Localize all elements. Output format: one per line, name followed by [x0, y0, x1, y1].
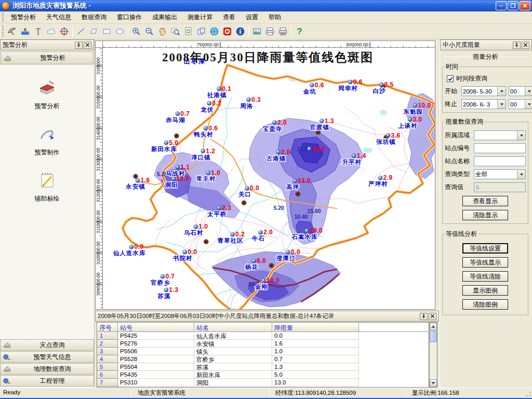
- scroll-thumb[interactable]: [430, 331, 437, 342]
- end-date-dropdown[interactable]: 2008- 6- 3: [461, 99, 506, 109]
- station-marker[interactable]: [262, 278, 266, 283]
- menu-item-天气信息[interactable]: 天气信息: [41, 11, 76, 23]
- table-header-降雨量[interactable]: 降雨量: [272, 323, 359, 332]
- minimize-button[interactable]: ─: [496, 1, 507, 10]
- chevron-down-icon[interactable]: [517, 131, 525, 140]
- contour-settings-button[interactable]: 等值线设置: [462, 243, 508, 254]
- row-number-cell[interactable]: 5: [97, 363, 118, 371]
- menu-item-测量计算[interactable]: 测量计算: [182, 11, 218, 23]
- station-marker[interactable]: [352, 154, 356, 158]
- weather-cloud-icon[interactable]: [45, 25, 58, 38]
- table-cell[interactable]: 5.0: [272, 371, 359, 379]
- station-marker[interactable]: [252, 259, 256, 263]
- table-cell[interactable]: P5435: [118, 371, 194, 379]
- station-marker[interactable]: [259, 230, 263, 234]
- table-cell[interactable]: 镇头: [194, 348, 272, 355]
- station-marker[interactable]: [136, 179, 140, 183]
- station-marker[interactable]: [408, 117, 412, 122]
- menu-item-设置[interactable]: 设置: [241, 11, 263, 23]
- table-cell[interactable]: P5506: [118, 348, 194, 355]
- row-number-cell[interactable]: 1: [97, 332, 118, 340]
- close-icon[interactable]: [84, 42, 91, 49]
- row-number-cell[interactable]: 2: [97, 340, 118, 348]
- station-marker[interactable]: [304, 229, 309, 233]
- close-button[interactable]: ✕: [520, 1, 530, 10]
- zoom-selection-icon[interactable]: [169, 25, 182, 38]
- table-cell[interactable]: 13.0: [272, 379, 359, 387]
- tool-item-预警分析[interactable]: 预警分析: [0, 78, 94, 111]
- sidebar-bar-预警天气信息[interactable]: 预警天气信息: [0, 351, 94, 363]
- table-cell[interactable]: 官桥乡: [194, 355, 272, 363]
- chevron-down-icon[interactable]: [497, 87, 506, 96]
- draw-ellipse-icon[interactable]: [113, 25, 126, 38]
- menu-item-数据查询[interactable]: 数据查询: [76, 11, 112, 23]
- table-cell[interactable]: 仙人造水库: [194, 332, 272, 340]
- station-marker[interactable]: [245, 186, 249, 190]
- station-marker[interactable]: [286, 250, 290, 254]
- pin-icon[interactable]: [75, 42, 83, 49]
- table-cell[interactable]: P5276: [118, 340, 194, 348]
- globe-icon[interactable]: [208, 25, 221, 38]
- sidebar-bar-工程管理[interactable]: 工程管理: [0, 375, 94, 387]
- clear-query-button[interactable]: 清除显示: [462, 210, 508, 220]
- table-cell[interactable]: 洞阳: [194, 379, 272, 387]
- station-marker[interactable]: [386, 134, 390, 138]
- show-legend-button[interactable]: 显示图例: [462, 285, 508, 296]
- sidebar-bar-灾点查询[interactable]: 灾点查询: [0, 339, 94, 351]
- row-number-cell[interactable]: 7: [97, 379, 118, 387]
- table-row[interactable]: 1P5425仙人造水库0.0: [97, 332, 429, 340]
- image-export-icon[interactable]: [250, 25, 263, 38]
- station-marker[interactable]: [247, 98, 251, 102]
- pin-icon[interactable]: [420, 313, 428, 320]
- print-icon[interactable]: [263, 25, 276, 38]
- station-marker[interactable]: [272, 121, 276, 125]
- station-marker[interactable]: [379, 83, 383, 87]
- station-marker[interactable]: [206, 171, 210, 175]
- station-name-input[interactable]: [474, 156, 526, 166]
- station-no-input[interactable]: [474, 143, 526, 153]
- end-hour-dropdown[interactable]: 00: [509, 99, 532, 109]
- table-cell[interactable]: P5504: [118, 363, 194, 371]
- station-marker[interactable]: [161, 274, 165, 278]
- time-range-checkbox[interactable]: [447, 75, 454, 82]
- table-header-序号[interactable]: 序号: [97, 323, 118, 332]
- tool-item-辅助标绘[interactable]: 辅助标绘: [0, 170, 94, 203]
- pan-icon[interactable]: [156, 25, 169, 38]
- draw-rectangle-icon[interactable]: [100, 25, 113, 38]
- row-number-cell[interactable]: 6: [97, 371, 118, 379]
- station-marker[interactable]: [378, 176, 382, 180]
- table-cell[interactable]: P5310: [118, 379, 194, 387]
- table-header-站号[interactable]: 站号: [118, 323, 194, 332]
- print-preview-icon[interactable]: [276, 25, 289, 38]
- menu-item-窗口操作[interactable]: 窗口操作: [112, 11, 147, 23]
- station-marker[interactable]: [276, 150, 280, 154]
- station-marker[interactable]: [176, 165, 180, 169]
- station-marker[interactable]: [164, 141, 168, 145]
- table-cell[interactable]: P5425: [118, 332, 194, 340]
- table-cell[interactable]: 苏溪: [194, 363, 272, 371]
- survey-pick-icon[interactable]: [32, 25, 45, 38]
- start-hour-dropdown[interactable]: 00: [509, 86, 532, 96]
- contour-show-button[interactable]: 等值线显示: [462, 257, 508, 268]
- copy-layers-icon[interactable]: [195, 25, 208, 38]
- tool-item-预警制作[interactable]: 预警制作: [0, 124, 94, 157]
- resize-grip[interactable]: [524, 388, 532, 398]
- station-marker[interactable]: [207, 101, 211, 105]
- refresh-icon[interactable]: [182, 25, 195, 38]
- pin-icon[interactable]: [513, 42, 521, 49]
- station-marker[interactable]: [231, 232, 235, 236]
- station-marker[interactable]: [320, 119, 324, 123]
- table-cell[interactable]: 新田水库: [194, 371, 272, 379]
- station-marker[interactable]: [292, 179, 297, 183]
- table-cell[interactable]: 1.0: [272, 348, 359, 355]
- show-query-button[interactable]: 查看显示: [462, 196, 508, 206]
- station-marker[interactable]: [201, 149, 205, 153]
- clear-legend-button[interactable]: 清除图例: [462, 299, 508, 310]
- warning-analysis-icon[interactable]: [6, 25, 19, 38]
- menu-grip[interactable]: [1, 12, 4, 22]
- station-marker[interactable]: [413, 103, 417, 108]
- contour-clear-button[interactable]: 等值线清除: [462, 271, 508, 282]
- table-cell[interactable]: 1.6: [272, 340, 359, 348]
- table-header-站名[interactable]: 站名: [194, 323, 272, 332]
- map-canvas[interactable]: 5.2015.25.2015.6010.4015.6山枣潭0.1社港镇0.3周洛…: [103, 48, 435, 310]
